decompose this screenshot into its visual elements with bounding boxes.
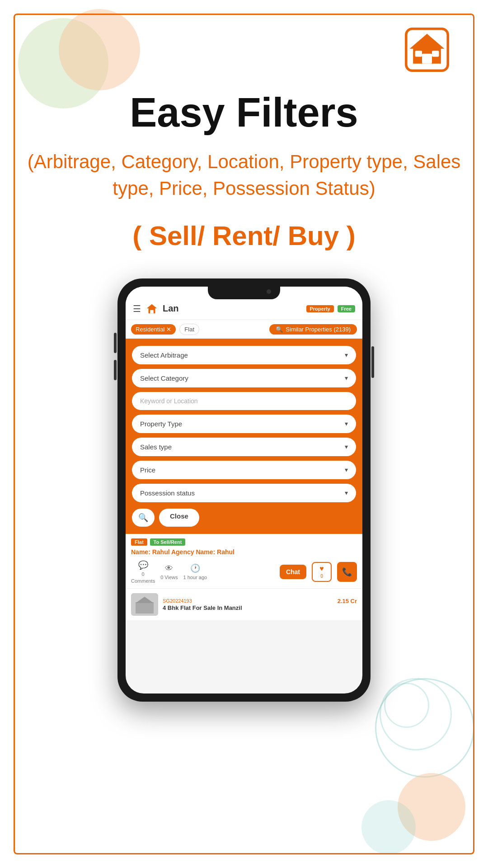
possession-status-label: Possession status bbox=[140, 489, 195, 497]
deco-circle-bottom-teal bbox=[361, 800, 416, 854]
listing-id-and-price: SG20224193 2.15 Cr bbox=[163, 598, 357, 604]
comments-label: Comments bbox=[131, 578, 155, 584]
tag-flat-label: Flat bbox=[184, 326, 194, 333]
price-dropdown[interactable]: Price ▾ bbox=[132, 461, 356, 479]
side-button-power bbox=[371, 346, 374, 378]
tag-residential-close[interactable]: ✕ bbox=[166, 326, 171, 333]
side-button-volume-down bbox=[114, 360, 117, 380]
main-title: Easy Filters bbox=[27, 90, 461, 135]
select-arbitrage-dropdown[interactable]: Select Arbitrage ▾ bbox=[132, 346, 356, 364]
phone-call-button[interactable]: 📞 bbox=[337, 562, 357, 582]
app-bar-left: ☰ Lan bbox=[133, 302, 179, 315]
search-icon: 🔍 bbox=[138, 513, 148, 523]
property-badge: Property bbox=[306, 305, 334, 312]
property-type-chevron-icon: ▾ bbox=[345, 420, 348, 427]
listing-info: SG20224193 2.15 Cr 4 Bhk Flat For Sale I… bbox=[163, 598, 357, 611]
tag-residential-label: Residential bbox=[136, 326, 164, 333]
bottom-listing-preview[interactable]: SG20224193 2.15 Cr 4 Bhk Flat For Sale I… bbox=[126, 588, 362, 620]
svg-rect-3 bbox=[415, 51, 422, 57]
subtitle-text: (Arbitrage, Category, Location, Property… bbox=[27, 149, 461, 202]
select-category-dropdown[interactable]: Select Category ▾ bbox=[132, 369, 356, 387]
sales-type-dropdown[interactable]: Sales type ▾ bbox=[132, 438, 356, 456]
svg-rect-2 bbox=[422, 54, 432, 64]
category-chevron-icon: ▾ bbox=[345, 374, 348, 382]
time-stat: 🕐 1 hour ago bbox=[183, 563, 207, 580]
svg-rect-6 bbox=[150, 310, 153, 313]
listing-price: 2.15 Cr bbox=[338, 598, 357, 604]
sales-type-chevron-icon: ▾ bbox=[345, 443, 348, 450]
hamburger-icon[interactable]: ☰ bbox=[133, 303, 141, 314]
select-category-label: Select Category bbox=[140, 374, 188, 382]
listing-card: Flat To Sell/Rent Name: Rahul Agency Nam… bbox=[126, 534, 362, 588]
similar-results-label: Similar Properties (2139) bbox=[286, 326, 351, 333]
comments-icon: 💬 bbox=[138, 560, 148, 570]
listing-title: 4 Bhk Flat For Sale In Manzil bbox=[163, 604, 357, 611]
comments-count: 0 bbox=[142, 571, 145, 577]
listing-stats: 💬 0 Comments 👁 0 Views 🕐 1 hour ago Chat bbox=[131, 560, 357, 584]
phone-notch-dot bbox=[267, 289, 271, 294]
app-bar-right: Property Free bbox=[306, 305, 356, 312]
views-stat: 👁 0 Views bbox=[160, 564, 178, 580]
phone-notch bbox=[208, 287, 280, 299]
views-icon: 👁 bbox=[165, 564, 173, 573]
app-bar-title: Lan bbox=[163, 303, 179, 314]
filter-tags-row: Residential ✕ Flat 🔍 Similar Properties … bbox=[126, 320, 362, 339]
listing-flat-badge: Flat bbox=[131, 538, 147, 546]
listing-id: SG20224193 bbox=[163, 598, 192, 604]
like-count: 0 bbox=[320, 574, 323, 579]
phone-mockup: ☰ Lan Property Free Residential ✕ bbox=[117, 278, 371, 702]
search-small-icon: 🔍 bbox=[276, 326, 283, 333]
search-button[interactable]: 🔍 bbox=[132, 509, 155, 527]
possession-status-dropdown[interactable]: Possession status ▾ bbox=[132, 484, 356, 502]
phone-screen: ☰ Lan Property Free Residential ✕ bbox=[126, 287, 362, 693]
price-label: Price bbox=[140, 466, 155, 474]
select-arbitrage-label: Select Arbitrage bbox=[140, 351, 188, 359]
chat-button[interactable]: Chat bbox=[280, 565, 306, 579]
property-type-label: Property Type bbox=[140, 420, 182, 428]
views-count: 0 Views bbox=[160, 575, 178, 580]
name-value: Rahul bbox=[152, 548, 170, 556]
arbitrage-chevron-icon: ▾ bbox=[345, 351, 348, 359]
like-button[interactable]: ♥ 0 bbox=[312, 562, 332, 582]
sales-type-label: Sales type bbox=[140, 443, 172, 451]
listing-sell-rent-badge: To Sell/Rent bbox=[150, 538, 186, 546]
filter-actions: 🔍 Close bbox=[132, 509, 356, 527]
listing-badges: Flat To Sell/Rent bbox=[131, 538, 357, 546]
clock-icon: 🕐 bbox=[190, 563, 200, 573]
house-icon bbox=[402, 25, 452, 75]
similar-results-btn[interactable]: 🔍 Similar Properties (2139) bbox=[269, 324, 357, 335]
house-icon-container bbox=[402, 25, 452, 76]
app-logo-icon bbox=[145, 302, 158, 315]
svg-rect-4 bbox=[432, 51, 439, 57]
close-button[interactable]: Close bbox=[159, 509, 199, 527]
tag-flat[interactable]: Flat bbox=[179, 324, 199, 335]
keyword-location-input[interactable]: Keyword or Location bbox=[132, 392, 356, 410]
possession-chevron-icon: ▾ bbox=[345, 489, 348, 496]
side-button-volume-up bbox=[114, 333, 117, 353]
free-badge: Free bbox=[338, 305, 355, 312]
tag-residential[interactable]: Residential ✕ bbox=[131, 324, 176, 335]
name-label: Name: bbox=[131, 548, 152, 556]
filter-panel: Select Arbitrage ▾ Select Category ▾ Key… bbox=[126, 339, 362, 534]
thumbnail-image bbox=[131, 593, 158, 616]
sell-rent-text: ( Sell/ Rent/ Buy ) bbox=[27, 220, 461, 251]
comments-stat: 💬 0 Comments bbox=[131, 560, 155, 584]
agency-label: Agency Name: Rahul bbox=[170, 548, 235, 556]
keyword-location-placeholder: Keyword or Location bbox=[140, 397, 198, 405]
listing-agent-name: Name: Rahul Agency Name: Rahul bbox=[131, 548, 357, 556]
price-chevron-icon: ▾ bbox=[345, 466, 348, 473]
heart-icon: ♥ bbox=[319, 565, 324, 573]
phone-icon: 📞 bbox=[342, 567, 352, 577]
phone-wrapper: ☰ Lan Property Free Residential ✕ bbox=[0, 278, 488, 702]
listing-thumbnail bbox=[131, 593, 158, 616]
svg-rect-8 bbox=[136, 602, 154, 613]
time-label: 1 hour ago bbox=[183, 575, 207, 580]
property-type-dropdown[interactable]: Property Type ▾ bbox=[132, 415, 356, 433]
